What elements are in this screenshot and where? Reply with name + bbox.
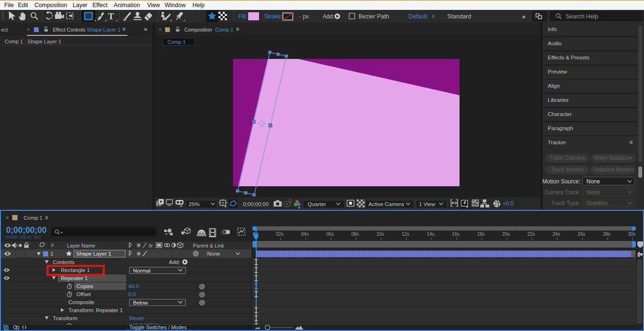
svg-text:20s: 20s — [502, 232, 510, 237]
svg-text:Add:: Add: — [323, 13, 335, 20]
svg-text:- px: - px — [299, 13, 309, 20]
svg-text:+0.0: +0.0 — [502, 200, 514, 207]
svg-text:25%: 25% — [189, 201, 200, 207]
svg-text:Contents: Contents — [53, 259, 75, 265]
svg-text:30s: 30s — [628, 232, 636, 237]
svg-text:Rectangle 1: Rectangle 1 — [61, 267, 90, 273]
svg-text:Default: Default — [409, 13, 427, 20]
svg-text:Normal: Normal — [133, 268, 151, 273]
svg-text:Standard: Standard — [447, 13, 471, 20]
svg-text:1: 1 — [50, 251, 53, 257]
svg-text:24s: 24s — [552, 232, 560, 237]
svg-text:Search Help: Search Help — [566, 13, 598, 20]
svg-text:26s: 26s — [577, 232, 585, 237]
svg-text:06s: 06s — [326, 232, 334, 237]
svg-text:Shape Layer 1: Shape Layer 1 — [76, 251, 111, 257]
svg-text:Composite: Composite — [68, 299, 94, 305]
svg-text:Repeater 1: Repeater 1 — [61, 275, 88, 281]
svg-text:22s: 22s — [527, 232, 535, 237]
svg-text:12s: 12s — [401, 232, 409, 237]
svg-text:≡: ≡ — [432, 13, 435, 20]
svg-text:Bezier Path: Bezier Path — [359, 13, 389, 20]
svg-text:16s: 16s — [452, 232, 460, 237]
svg-text:04s: 04s — [301, 232, 309, 237]
svg-text:Below: Below — [133, 300, 148, 306]
svg-text:Toggle Switches / Modes: Toggle Switches / Modes — [129, 324, 187, 330]
svg-text:Transform: Repeater 1: Transform: Repeater 1 — [68, 307, 123, 313]
svg-text:#: # — [51, 242, 54, 248]
svg-text:28s: 28s — [603, 232, 611, 237]
svg-text:Parent & Link: Parent & Link — [193, 243, 225, 248]
svg-text:Add:: Add: — [169, 259, 180, 265]
svg-text:Copies: Copies — [76, 283, 93, 289]
svg-text:02s: 02s — [276, 232, 284, 237]
svg-text:14s: 14s — [427, 232, 435, 237]
svg-text:08s: 08s — [351, 232, 359, 237]
svg-text:»: » — [522, 13, 526, 20]
svg-text:10s: 10s — [376, 232, 384, 237]
svg-text:Stroke:: Stroke: — [264, 13, 282, 20]
svg-text:0;00;00;00: 0;00;00;00 — [243, 201, 268, 207]
svg-text:Fill:: Fill: — [238, 13, 247, 20]
svg-text:0.0: 0.0 — [128, 291, 136, 297]
svg-text:18s: 18s — [477, 232, 485, 237]
svg-text:fx: fx — [149, 243, 153, 248]
svg-text:Layer Name: Layer Name — [67, 243, 95, 248]
svg-text:Active Camera: Active Camera — [368, 201, 404, 207]
svg-text:T: T — [108, 11, 114, 21]
svg-text:40.0: 40.0 — [128, 283, 139, 289]
svg-text:1 View: 1 View — [419, 201, 435, 207]
svg-text:None: None — [207, 251, 220, 257]
svg-text:Quarter: Quarter — [308, 201, 326, 207]
svg-text:Transform: Transform — [53, 315, 77, 321]
svg-text:Reset: Reset — [129, 315, 144, 321]
svg-text:Offset: Offset — [76, 291, 91, 297]
svg-text:.: . — [58, 242, 59, 248]
